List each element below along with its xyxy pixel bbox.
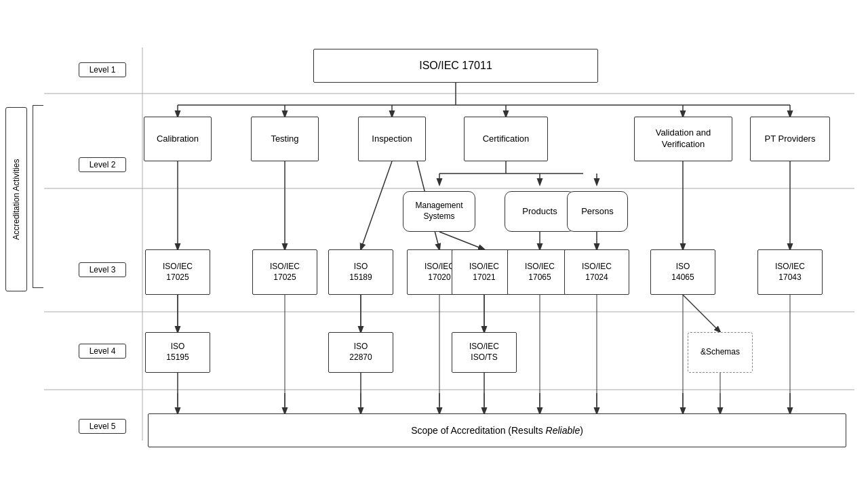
level1-label: Level 1 [79,62,126,77]
scope-node: Scope of Accreditation (Results Reliable… [148,413,846,447]
iso17025-test-node: ISO/IEC 17025 [252,249,317,295]
svg-line-31 [683,295,720,332]
iso15195-node: ISO 15195 [145,332,210,373]
svg-line-23 [439,232,484,249]
level4-label: Level 4 [79,344,126,359]
level3-label: Level 3 [79,262,126,277]
products-node: Products [505,191,575,232]
svg-line-20 [361,161,392,249]
iso15189-node: ISO 15189 [328,249,393,295]
iso17024-node: ISO/IEC 17024 [564,249,629,295]
iso17025-cal-node: ISO/IEC 17025 [145,249,210,295]
mgmt-systems-node: Management Systems [403,191,475,232]
iso14065-node: ISO 14065 [650,249,715,295]
level5-label: Level 5 [79,419,126,434]
validation-label: Validation and Verification [656,127,711,150]
iso22870-node: ISO 22870 [328,332,393,373]
mgmt-label: Management Systems [415,201,462,222]
level2-label: Level 2 [79,157,126,172]
diagram: Level 1 Level 2 Level 3 Level 4 Level 5 … [0,0,868,488]
iso17043-node: ISO/IEC 17043 [757,249,823,295]
sidebar-label: Accreditation Activities [5,107,27,291]
scope-label: Scope of Accreditation (Results Reliable… [411,424,583,436]
validation-node: Validation and Verification [634,117,732,161]
isoiec-isots-node: ISO/IEC ISO/TS [452,332,517,373]
persons-node: Persons [567,191,628,232]
iso17011-node: ISO/IEC 17011 [313,49,598,83]
schemas-node: &Schemas [688,332,753,373]
pt-providers-node: PT Providers [750,117,830,161]
calibration-node: Calibration [144,117,212,161]
sidebar-bracket [33,105,43,288]
iso17065-node: ISO/IEC 17065 [507,249,572,295]
testing-node: Testing [251,117,319,161]
inspection-node: Inspection [358,117,426,161]
certification-node: Certification [464,117,548,161]
